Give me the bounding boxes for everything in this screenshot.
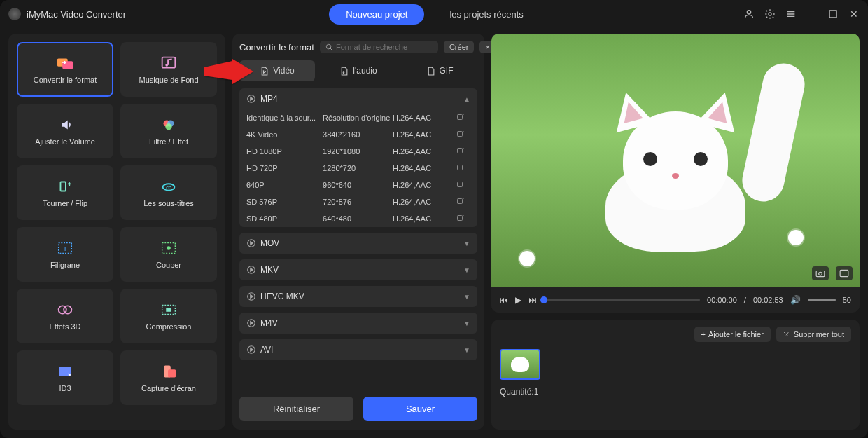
tool-compress[interactable]: Compression	[120, 289, 217, 343]
tab-audio[interactable]: l'audio	[321, 60, 396, 81]
format-group-header[interactable]: MOV▼	[239, 233, 477, 254]
svg-rect-37	[458, 149, 463, 153]
format-row[interactable]: HD 720P1280*720H.264,AAC	[239, 160, 477, 177]
format-group-header[interactable]: AVI▼	[239, 339, 477, 360]
format-list[interactable]: MP4▲Identique à la sour...Résolution d'o…	[239, 88, 477, 388]
menu-icon[interactable]	[785, 8, 797, 20]
trim-icon	[159, 240, 178, 256]
tool-screenshot[interactable]: Capture d'écran	[120, 350, 217, 405]
svg-text:T: T	[63, 245, 67, 252]
user-icon[interactable]	[743, 8, 755, 20]
svg-line-30	[330, 48, 332, 50]
edit-preset-icon[interactable]	[456, 198, 470, 206]
tool-music[interactable]: Musique de Fond	[120, 42, 217, 97]
format-search-input[interactable]	[336, 43, 433, 51]
volume-icon[interactable]: 🔊	[790, 295, 801, 305]
right-panel: ⏮ ▶ ⏭ 00:00:00 / 00:02:53 🔊 50 +Ajouter …	[491, 34, 860, 430]
fullscreen-icon	[839, 269, 849, 278]
snapshot-button[interactable]	[812, 266, 829, 280]
queue-pane: +Ajouter le fichier ⛌Supprimer tout Quan…	[491, 320, 860, 430]
time-total: 00:02:53	[753, 296, 783, 304]
format-group-name: M4V	[260, 318, 278, 328]
tab-gif[interactable]: GIF	[402, 60, 477, 81]
seek-knob[interactable]	[540, 296, 547, 303]
format-row[interactable]: SD 576P720*576H.264,AAC	[239, 193, 477, 210]
add-file-label: Ajouter le fichier	[708, 330, 764, 338]
create-format-button[interactable]: Créer	[444, 41, 475, 53]
format-row[interactable]: Identique à la sour...Résolution d'origi…	[239, 109, 477, 126]
format-row[interactable]: HD 1080P1920*1080H.264,AAC	[239, 143, 477, 160]
format-search[interactable]	[320, 41, 438, 53]
format-icon	[246, 345, 256, 355]
preset-codec: H.264,AAC	[393, 164, 456, 172]
queue-quantity: Quantité:1	[500, 387, 851, 397]
add-file-button[interactable]: +Ajouter le fichier	[694, 327, 771, 342]
svg-rect-23	[166, 308, 171, 312]
edit-preset-icon[interactable]	[456, 214, 470, 223]
tool-id3[interactable]: ID3	[17, 350, 113, 405]
tool-label: Compression	[146, 322, 192, 331]
tool-convert[interactable]: Convertir le format	[17, 42, 113, 97]
video-preview[interactable]	[491, 34, 860, 287]
id3-icon	[55, 363, 75, 380]
settings-icon[interactable]	[764, 8, 776, 20]
preset-res: 640*480	[323, 214, 393, 223]
preset-res: 960*640	[323, 181, 393, 189]
format-row[interactable]: 640P960*640H.264,AAC	[239, 177, 477, 193]
volume-slider[interactable]	[808, 299, 836, 301]
format-group-header[interactable]: M4V▼	[239, 313, 477, 334]
preset-res: 1920*1080	[323, 147, 393, 156]
main: Convertir le formatMusique de FondAjuste…	[0, 28, 868, 438]
format-row[interactable]: 4K Video3840*2160H.264,AAC	[239, 126, 477, 143]
titlebar-right: — ✕	[743, 8, 860, 20]
preset-name: HD 720P	[246, 164, 323, 172]
format-group-avi: AVI▼	[239, 339, 477, 360]
convert-icon	[55, 55, 75, 71]
watermark-icon: T	[55, 240, 75, 256]
tool-filter[interactable]: Filtre / Effet	[120, 104, 217, 158]
svg-rect-35	[458, 115, 463, 120]
video-file-icon	[260, 67, 269, 76]
new-project-button[interactable]: Nouveau projet	[329, 4, 424, 25]
prev-button[interactable]: ⏮	[500, 295, 508, 305]
window-close-button[interactable]: ✕	[848, 8, 860, 20]
tool-label: Convertir le format	[34, 76, 97, 84]
delete-all-button[interactable]: ⛌Supprimer tout	[776, 327, 851, 342]
tool-watermark[interactable]: TFiligrane	[17, 227, 113, 282]
panel-footer: Réinitialiser Sauver	[239, 388, 477, 421]
format-group-header[interactable]: MP4▲	[239, 88, 477, 109]
next-button[interactable]: ⏭	[528, 295, 537, 305]
edit-preset-icon[interactable]	[456, 147, 470, 156]
edit-preset-icon[interactable]	[456, 164, 470, 172]
tool-3d[interactable]: Effets 3D	[17, 289, 113, 343]
queue-item[interactable]	[500, 349, 540, 380]
tool-volume[interactable]: Ajuster le Volume	[17, 104, 113, 158]
reset-button[interactable]: Réinitialiser	[239, 397, 354, 421]
play-button[interactable]: ▶	[515, 295, 522, 305]
seek-track[interactable]	[544, 299, 700, 301]
chevron-icon: ▼	[463, 293, 470, 301]
svg-marker-31	[264, 70, 266, 72]
preset-codec: H.264,AAC	[393, 114, 456, 122]
save-button[interactable]: Sauver	[363, 397, 477, 421]
gif-file-icon	[426, 67, 435, 76]
svg-marker-49	[251, 322, 253, 325]
edit-preset-icon[interactable]	[456, 181, 470, 189]
recent-projects-button[interactable]: les projets récents	[433, 4, 540, 25]
edit-preset-icon[interactable]	[456, 130, 470, 139]
edit-preset-icon[interactable]	[456, 114, 470, 122]
screenshot-icon	[159, 363, 178, 380]
format-group-header[interactable]: MKV▼	[239, 259, 477, 280]
format-row[interactable]: SD 480P640*480H.264,AAC	[239, 210, 477, 227]
svg-marker-45	[251, 268, 253, 272]
format-group-header[interactable]: HEVC MKV▼	[239, 286, 477, 307]
tool-subtitle[interactable]: ccLes sous-titres	[120, 165, 217, 220]
tool-trim[interactable]: Couper	[120, 227, 217, 282]
format-group-name: HEVC MKV	[260, 292, 304, 301]
window-maximize-button[interactable]	[827, 8, 839, 20]
fullscreen-button[interactable]	[836, 266, 853, 280]
tool-rotate[interactable]: Tourner / Flip	[17, 165, 113, 220]
preset-name: Identique à la sour...	[246, 114, 323, 122]
tab-video[interactable]: Vidéo	[239, 60, 315, 81]
window-minimize-button[interactable]: —	[806, 8, 818, 20]
